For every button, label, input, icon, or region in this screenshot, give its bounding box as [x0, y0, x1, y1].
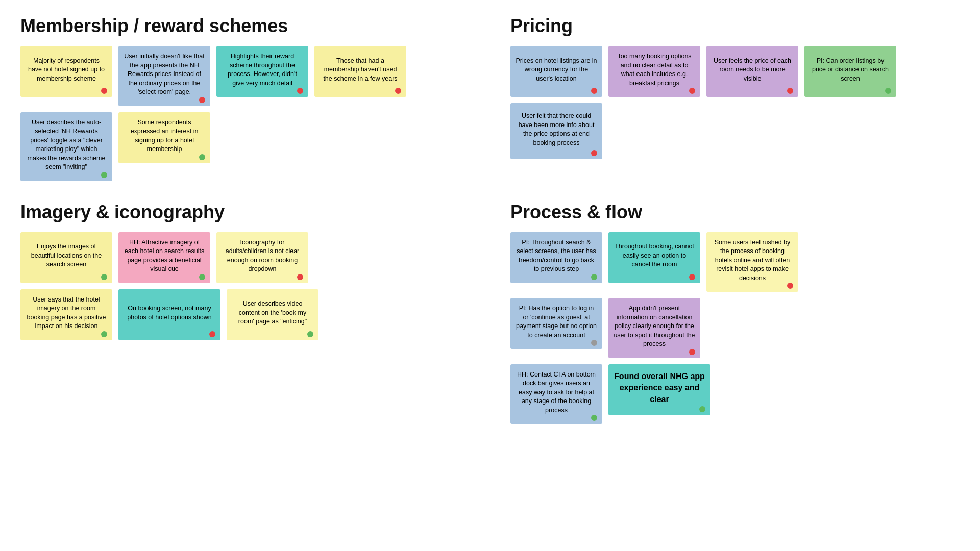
dot-pf5: [689, 349, 695, 355]
sticky-p1: Prices on hotel listings are in wrong cu…: [510, 46, 602, 97]
process-title: Process & flow: [510, 202, 960, 223]
sticky-m2: User initially doesn't like that the app…: [118, 46, 210, 106]
sticky-pf4: PI: Has the option to log in or 'continu…: [510, 298, 602, 349]
sticky-i5: On booking screen, not many photos of ho…: [118, 289, 220, 340]
process-row3: HH: Contact CTA on bottom dock bar gives…: [510, 364, 960, 424]
sticky-i4: User says that the hotel imagery on the …: [20, 289, 112, 340]
imagery-row2: User says that the hotel imagery on the …: [20, 289, 470, 340]
sticky-i2: HH: Attractive imagery of each hotel on …: [118, 232, 210, 283]
sticky-pf3: Some users feel rushed by the process of…: [706, 232, 798, 292]
dot-i4: [101, 331, 107, 337]
dot-pf4: [591, 340, 597, 346]
dot-pf6: [591, 415, 597, 421]
dot-i5: [209, 331, 215, 337]
dot-m6: [199, 154, 205, 160]
sticky-i6: User describes video content on the 'boo…: [227, 289, 318, 340]
dot-p5: [591, 150, 597, 156]
sticky-m6: Some respondents expressed an interest i…: [118, 112, 210, 163]
sticky-pf6: HH: Contact CTA on bottom dock bar gives…: [510, 364, 602, 424]
sticky-i1: Enjoys the images of beautiful locations…: [20, 232, 112, 283]
sticky-pf1: PI: Throughout search & select screens, …: [510, 232, 602, 283]
dot-i2: [199, 274, 205, 280]
sticky-p5: User felt that there could have been mor…: [510, 103, 602, 159]
dot-m3: [297, 88, 303, 94]
dot-pf1: [591, 274, 597, 280]
dot-p3: [787, 88, 793, 94]
pricing-notes: Prices on hotel listings are in wrong cu…: [510, 46, 960, 159]
sticky-p4: PI: Can order listings by price or dista…: [804, 46, 896, 97]
process-notes: PI: Throughout search & select screens, …: [510, 232, 960, 424]
imagery-section: Imagery & iconography Enjoys the images …: [20, 202, 470, 424]
membership-notes: Majority of respondents have not hotel s…: [20, 46, 470, 181]
dot-p2: [689, 88, 695, 94]
dot-m5: [101, 172, 107, 178]
pricing-title: Pricing: [510, 15, 960, 37]
membership-section: Membership / reward schemes Majority of …: [20, 15, 470, 181]
dot-i3: [297, 274, 303, 280]
membership-title: Membership / reward schemes: [20, 15, 470, 37]
sticky-m4: Those that had a membership haven't used…: [314, 46, 406, 97]
dot-p1: [591, 88, 597, 94]
dot-pf3: [787, 283, 793, 289]
sticky-m3: Highlights their reward scheme throughou…: [216, 46, 308, 97]
pricing-section: Pricing Prices on hotel listings are in …: [510, 15, 960, 181]
sticky-m1: Majority of respondents have not hotel s…: [20, 46, 112, 97]
dot-p4: [885, 88, 891, 94]
sticky-p2: Too many booking options and no clear de…: [608, 46, 700, 97]
sticky-m5: User describes the auto-selected 'NH Rew…: [20, 112, 112, 181]
dot-i1: [101, 274, 107, 280]
dot-pf2: [689, 274, 695, 280]
sticky-p3: User feels the price of each room needs …: [706, 46, 798, 97]
process-row2: PI: Has the option to log in or 'continu…: [510, 298, 960, 358]
sticky-i3: Iconography for adults/children is not c…: [216, 232, 308, 283]
dot-m2: [199, 97, 205, 103]
dot-m4: [395, 88, 401, 94]
imagery-row1: Enjoys the images of beautiful locations…: [20, 232, 470, 283]
imagery-title: Imagery & iconography: [20, 202, 470, 223]
process-section: Process & flow PI: Throughout search & s…: [510, 202, 960, 424]
sticky-pf2: Throughout booking, cannot easily see an…: [608, 232, 700, 283]
dot-pf7: [699, 406, 705, 412]
sticky-pf5: App didn't present information on cancel…: [608, 298, 700, 358]
dot-m1: [101, 88, 107, 94]
pricing-row2: User felt that there could have been mor…: [510, 103, 960, 159]
process-row1: PI: Throughout search & select screens, …: [510, 232, 960, 292]
imagery-notes: Enjoys the images of beautiful locations…: [20, 232, 470, 340]
pricing-row1: Prices on hotel listings are in wrong cu…: [510, 46, 960, 97]
dot-i6: [307, 331, 313, 337]
sticky-pf7: Found overall NHG app experience easy an…: [608, 364, 710, 415]
